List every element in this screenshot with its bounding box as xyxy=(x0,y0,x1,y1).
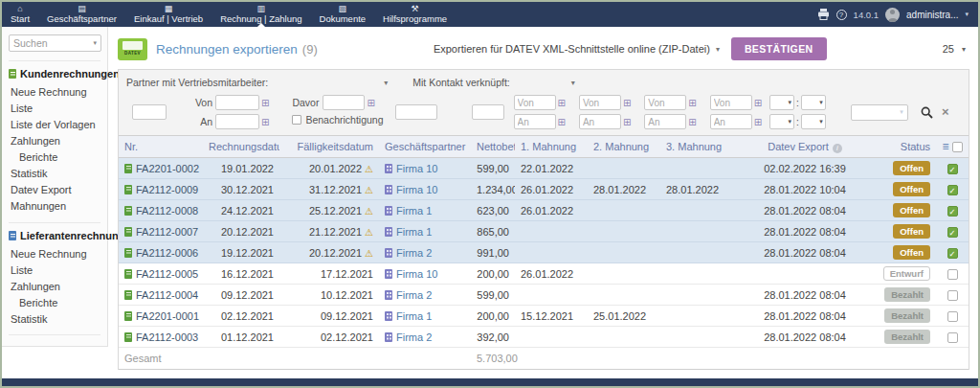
sidebar-item[interactable]: Neue Rechnung xyxy=(9,245,100,262)
filter-von-input[interactable] xyxy=(710,95,752,110)
calendar-icon[interactable]: ⊞ xyxy=(688,98,696,108)
sidebar-item[interactable]: Liste xyxy=(9,100,100,116)
print-icon[interactable] xyxy=(817,9,830,20)
sidebar-item[interactable]: Neue Rechnung xyxy=(9,83,100,100)
nav-menu-item[interactable]: ▦ Einkauf | Vertrieb xyxy=(125,2,212,27)
row-checkbox[interactable] xyxy=(947,164,958,174)
filter-partner-input[interactable] xyxy=(395,104,437,120)
col-header-status[interactable]: Status xyxy=(877,136,936,158)
partner-link[interactable]: Firma 2 xyxy=(396,247,432,259)
row-checkbox[interactable] xyxy=(947,248,958,259)
confirm-button[interactable]: BESTÄTIGEN xyxy=(731,37,827,60)
sidebar-item[interactable]: Zahlungen xyxy=(9,278,100,294)
sidebar-item[interactable]: Zahlungen xyxy=(9,132,100,148)
export-format-select[interactable]: Exportieren für DATEV XML-Schnittstelle … xyxy=(434,43,720,55)
col-header-geschaeftspartner[interactable]: Geschäftspartner xyxy=(379,136,471,158)
calendar-icon[interactable]: ⊞ xyxy=(558,117,566,127)
sidebar-item[interactable]: Statistik xyxy=(9,165,100,181)
filter-von-input[interactable] xyxy=(514,95,556,110)
invoice-number-link[interactable]: FA2201-0002 xyxy=(136,163,199,174)
filter-rechnungsdatum-an-input[interactable] xyxy=(215,114,259,129)
datev-minute-select[interactable]: ▾ xyxy=(801,114,826,129)
column-settings-icon[interactable]: ≡ xyxy=(942,140,948,153)
col-header-nettobetrag[interactable]: Nettobetrag xyxy=(471,136,515,158)
invoice-number-link[interactable]: FA2112-0006 xyxy=(136,247,198,259)
download-icon[interactable]: ⇓ xyxy=(202,290,203,301)
filter-nr-input[interactable] xyxy=(132,104,167,120)
download-icon[interactable]: ⇓ xyxy=(202,206,203,217)
partner-link[interactable]: Firma 10 xyxy=(396,268,437,280)
sidebar-item[interactable]: Liste der Vorlagen xyxy=(9,116,100,132)
partner-link[interactable]: Firma 10 xyxy=(396,184,437,195)
user-menu-chevron-icon[interactable]: ▾ xyxy=(965,11,969,18)
filter-an-input[interactable] xyxy=(710,114,752,129)
col-header-mahnung-3[interactable]: 3. Mahnung xyxy=(660,136,733,158)
col-header-mahnung-2[interactable]: 2. Mahnung xyxy=(588,136,660,158)
col-header-nr[interactable]: Nr. xyxy=(119,136,203,158)
nav-menu-item[interactable]: ⌂ Start xyxy=(2,2,38,27)
calendar-icon[interactable]: ⊞ xyxy=(623,117,631,127)
row-checkbox[interactable] xyxy=(947,290,958,301)
row-checkbox[interactable] xyxy=(947,332,958,343)
download-icon[interactable]: ⇓ xyxy=(202,269,203,280)
partner-filter-select[interactable]: ▾ xyxy=(274,79,388,87)
partner-link[interactable]: Firma 1 xyxy=(396,205,432,217)
search-icon[interactable] xyxy=(921,106,933,119)
row-checkbox[interactable] xyxy=(947,269,958,280)
row-checkbox[interactable] xyxy=(947,185,958,195)
filter-netto-input[interactable] xyxy=(472,104,504,120)
info-icon[interactable]: i xyxy=(833,144,842,153)
nav-menu-item[interactable]: ▧ Dokumente xyxy=(311,2,375,27)
sidebar-search-select[interactable]: Suchen ▾ xyxy=(9,34,101,52)
calendar-icon[interactable]: ⊞ xyxy=(688,117,696,127)
page-size-select[interactable]: 25 ▾ xyxy=(943,43,969,55)
sidebar-item[interactable]: Berichte xyxy=(9,148,100,165)
nav-menu-item[interactable]: ⚒ Hilfsprogramme xyxy=(374,2,456,27)
partner-link[interactable]: Firma 1 xyxy=(396,310,432,322)
filter-faelligkeit-davor-input[interactable] xyxy=(323,95,365,110)
calendar-icon[interactable]: ⊞ xyxy=(754,98,762,108)
calendar-icon[interactable]: ⊞ xyxy=(558,98,566,108)
partner-link[interactable]: Firma 2 xyxy=(396,331,432,343)
filter-an-input[interactable] xyxy=(514,114,556,129)
row-checkbox[interactable] xyxy=(947,206,958,217)
filter-an-input[interactable] xyxy=(579,114,621,129)
sidebar-item[interactable]: Berichte xyxy=(9,294,100,310)
status-filter-select[interactable]: ▾ xyxy=(851,104,908,121)
calendar-icon[interactable]: ⊞ xyxy=(261,98,269,108)
invoice-number-link[interactable]: FA2112-0003 xyxy=(136,331,198,343)
help-icon[interactable]: ? xyxy=(836,10,847,20)
row-checkbox[interactable] xyxy=(947,227,958,238)
sidebar-item[interactable]: Mahnungen xyxy=(9,197,100,214)
sidebar-item[interactable]: Liste xyxy=(9,262,100,278)
download-icon[interactable]: ⇓ xyxy=(202,185,203,195)
sidebar-item[interactable]: Datev Export xyxy=(9,181,100,197)
row-checkbox[interactable] xyxy=(947,311,958,322)
datev-hour-select[interactable]: ▾ xyxy=(769,95,794,110)
filter-von-input[interactable] xyxy=(579,95,621,110)
calendar-icon[interactable]: ⊞ xyxy=(623,98,631,108)
clear-filters-icon[interactable]: × xyxy=(942,106,949,118)
datev-minute-select[interactable]: ▾ xyxy=(801,95,826,110)
user-avatar[interactable] xyxy=(885,8,900,22)
col-header-datev-export[interactable]: Datev Exporti xyxy=(733,136,877,158)
calendar-icon[interactable]: ⊞ xyxy=(261,117,269,127)
col-header-faelligkeitsdatum[interactable]: Fälligkeitsdatum xyxy=(279,136,379,158)
partner-link[interactable]: Firma 10 xyxy=(396,163,437,174)
calendar-icon[interactable]: ⊞ xyxy=(754,117,762,127)
download-icon[interactable]: ⇓ xyxy=(202,248,203,259)
filter-an-input[interactable] xyxy=(644,114,686,129)
invoice-number-link[interactable]: FA2112-0007 xyxy=(136,226,198,238)
invoice-number-link[interactable]: FA2112-0008 xyxy=(136,205,198,217)
username-label[interactable]: administra... xyxy=(906,10,958,20)
benachrichtigung-checkbox[interactable] xyxy=(292,115,301,125)
col-header-rechnungsdatum[interactable]: Rechnungsdatum ▲ xyxy=(203,136,279,158)
nav-menu-item[interactable]: ▥ Rechnung | Zahlung xyxy=(212,2,310,27)
select-all-checkbox[interactable] xyxy=(952,142,963,152)
partner-link[interactable]: Firma 2 xyxy=(396,289,432,301)
download-icon[interactable]: ⇓ xyxy=(202,332,203,343)
datev-hour-select[interactable]: ▾ xyxy=(769,114,794,129)
partner-link[interactable]: Firma 1 xyxy=(396,226,432,238)
download-icon[interactable]: ⇓ xyxy=(202,227,203,238)
calendar-icon[interactable]: ⊞ xyxy=(367,98,374,108)
